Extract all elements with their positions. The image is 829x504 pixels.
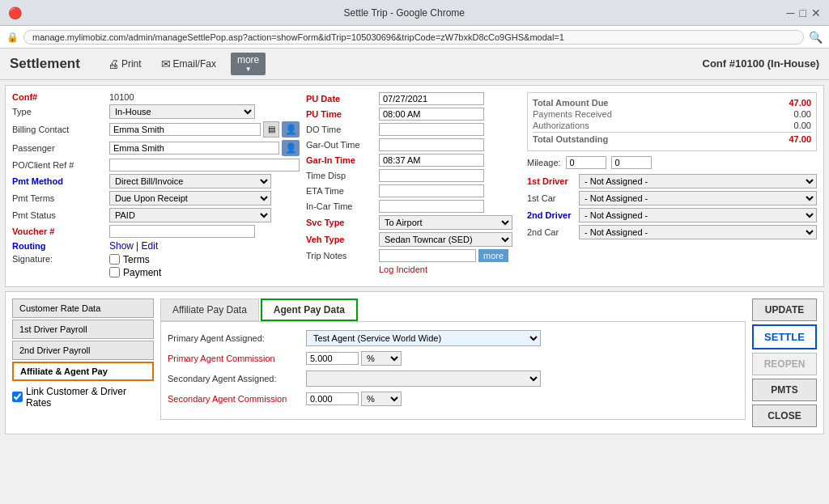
tab-agent-pay[interactable]: Agent Pay Data [261,299,358,321]
routing-edit-link[interactable]: Edit [142,240,159,252]
secondary-agent-select[interactable] [306,371,541,387]
link-rates-checkbox[interactable] [12,392,23,402]
app-container: Settlement 🖨 Print ✉ Email/Fax more ▼ Co… [0,49,829,504]
email-fax-button[interactable]: ✉ Email/Fax [156,56,221,72]
do-time-input[interactable] [379,123,484,136]
in-car-row: In-Car Time [306,200,521,213]
eta-time-row: ETA Time [306,184,521,197]
minimize-button[interactable]: ─ [787,6,795,19]
more-button[interactable]: more ▼ [231,53,266,75]
address-input[interactable] [23,30,804,44]
pu-date-label: PU Date [306,94,379,104]
car2-select[interactable]: - Not Assigned - [579,225,817,239]
browser-title: Settle Trip - Google Chrome [28,7,780,19]
routing-row: Routing Show | Edit [12,240,300,252]
svc-type-select[interactable]: To Airport From Airport As Directed Poin… [379,215,512,230]
billing-contact-select-btn[interactable]: ▤ [263,121,279,138]
tab-affiliate-pay[interactable]: Affiliate Pay Data [160,299,259,321]
mileage-input-2[interactable] [611,156,652,169]
trip-notes-input[interactable] [379,249,476,262]
pmt-method-select[interactable]: Direct Bill/Invoice Cash Credit Card [109,174,271,188]
mileage-row: Mileage: [527,156,817,169]
pmt-method-label: Pmt Method [12,176,109,186]
primary-commission-type-select[interactable]: % Flat [361,351,402,366]
primary-commission-label: Primary Agent Commission [168,354,301,363]
time-disp-label: Time Disp [306,171,379,180]
gar-in-input[interactable] [379,154,484,167]
in-car-label: In-Car Time [306,201,379,211]
billing-contact-label: Billing Contact [12,125,109,134]
time-disp-input[interactable] [379,169,484,182]
voucher-input[interactable] [109,225,255,238]
chevron-down-icon: ▼ [245,66,252,74]
veh-type-select[interactable]: Sedan Towncar (SED) SUV Limo Van [379,232,512,247]
close-button-action[interactable]: CLOSE [752,404,817,427]
mileage-input-1[interactable] [566,156,606,169]
payments-row: Payments Received 0.00 [533,109,811,119]
eta-time-label: ETA Time [306,186,379,196]
reopen-button[interactable]: REOPEN [752,353,817,375]
driver2-select[interactable]: - Not Assigned - [579,208,817,222]
close-button[interactable]: ✕ [811,6,821,19]
pmt-status-select[interactable]: PAID UNPAID PARTIAL [109,208,271,222]
car2-label: 2nd Car [527,227,576,237]
trip-notes-row: Trip Notes more [306,249,521,262]
in-car-input[interactable] [379,200,484,213]
passenger-input[interactable] [109,142,279,155]
affiliate-agent-pay-button[interactable]: Affiliate & Agent Pay [12,362,154,381]
driver2-payroll-button[interactable]: 2nd Driver Payroll [12,341,154,360]
link-rates-label[interactable]: Link Customer & Driver Rates [12,386,154,409]
printer-icon: 🖨 [108,57,119,70]
terms-checkbox-label[interactable]: Terms [109,254,161,265]
type-select[interactable]: In-House Affiliate Out Affiliate In [109,104,255,119]
pu-date-row: PU Date [306,92,521,105]
log-incident-link[interactable]: Log Incident [379,265,521,274]
pmt-terms-select[interactable]: Due Upon Receipt Net 15 Net 30 [109,191,271,205]
type-label: Type [12,107,109,116]
app-title: Settlement [10,56,80,72]
pu-date-input[interactable] [379,92,484,105]
payment-checkbox-label[interactable]: Payment [109,267,161,278]
email-icon: ✉ [161,57,171,70]
pmt-status-label: Pmt Status [12,210,109,220]
trip-notes-more-btn[interactable]: more [478,249,508,262]
billing-contact-row: Billing Contact ▤ 👤 [12,121,300,138]
secondary-commission-type-select[interactable]: % Flat [361,392,402,406]
auth-row: Authorizations 0.00 [533,121,811,130]
routing-links: Show | Edit [109,240,158,252]
pmts-button[interactable]: PMTS [752,379,817,401]
terms-checkbox[interactable] [109,254,120,265]
update-button[interactable]: UPDATE [752,299,817,321]
conf-row: Conf# 10100 [12,92,300,102]
main-content: Conf# 10100 Type In-House Affiliate Out … [0,80,829,504]
tab-content-agent-pay: Primary Agent Assigned: Test Agent (Serv… [160,321,746,420]
print-button[interactable]: 🖨 Print [103,56,147,72]
gar-out-input[interactable] [379,138,484,151]
settle-button[interactable]: SETTLE [752,324,817,349]
billing-contact-field: ▤ 👤 [109,121,300,138]
maximize-button[interactable]: □ [800,6,806,19]
address-bar: 🔒 🔍 [0,26,829,49]
eta-time-input[interactable] [379,184,484,197]
billing-contact-input[interactable] [109,123,261,136]
pu-time-input[interactable] [379,108,484,121]
billing-contact-person-btn[interactable]: 👤 [282,121,300,138]
passenger-person-btn[interactable]: 👤 [282,140,300,156]
routing-show-link[interactable]: Show [109,240,134,252]
payment-checkbox[interactable] [109,267,120,277]
driver1-select[interactable]: - Not Assigned - [579,174,817,188]
customer-rate-data-button[interactable]: Customer Rate Data [12,299,154,318]
car1-label: 1st Car [527,193,576,203]
bottom-section: Customer Rate Data 1st Driver Payroll 2n… [5,291,824,434]
auth-label: Authorizations [533,121,589,130]
signature-label: Signature: [12,254,109,264]
car1-select[interactable]: - Not Assigned - [579,191,817,205]
passenger-row: Passenger 👤 [12,140,300,156]
top-form-section: Conf# 10100 Type In-House Affiliate Out … [5,85,824,287]
secondary-commission-input[interactable] [306,392,359,405]
po-input[interactable] [109,159,300,172]
driver1-payroll-button[interactable]: 1st Driver Payroll [12,320,154,339]
secondary-commission-field: % Flat [306,392,402,406]
primary-commission-input[interactable] [306,352,359,365]
primary-agent-select[interactable]: Test Agent (Service World Wide) [306,330,541,346]
